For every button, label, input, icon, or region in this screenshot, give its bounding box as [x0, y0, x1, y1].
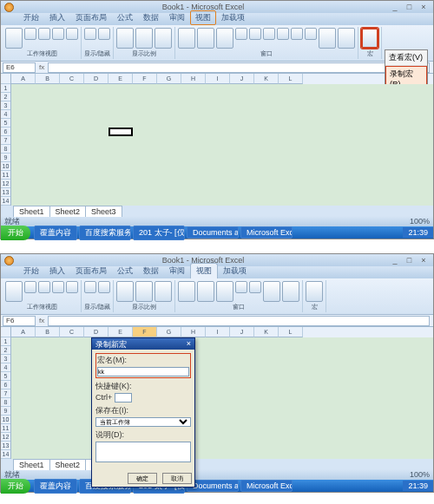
row-header[interactable]: 7	[1, 389, 10, 398]
row-header[interactable]: 14	[1, 450, 10, 459]
tab-view[interactable]: 视图	[190, 10, 216, 25]
col-header[interactable]: H	[181, 327, 206, 337]
row-header[interactable]: 1	[1, 337, 10, 346]
col-header[interactable]: J	[230, 74, 254, 84]
col-header[interactable]: D	[84, 327, 108, 337]
col-header[interactable]: D	[84, 74, 108, 84]
zoom100-icon[interactable]	[135, 28, 153, 49]
col-header[interactable]: A	[11, 74, 36, 84]
cancel-button[interactable]: 取消	[162, 473, 192, 484]
tab-pagelayout[interactable]: 页面布局	[70, 10, 112, 25]
arrangeall-icon[interactable]	[197, 281, 214, 302]
maximize-button[interactable]: □	[403, 3, 415, 11]
custom-view-icon[interactable]	[52, 28, 64, 40]
taskbar-button[interactable]: Documents and...	[187, 226, 239, 239]
tab-data[interactable]: 数据	[138, 264, 164, 278]
col-header[interactable]: G	[157, 74, 181, 84]
col-header[interactable]: E	[108, 327, 133, 337]
sheet-tab[interactable]: Sheet2	[49, 459, 87, 470]
tab-view[interactable]: 视图	[190, 263, 218, 278]
fx-icon[interactable]: fx	[39, 317, 44, 324]
row-header[interactable]: 11	[1, 171, 10, 180]
start-button[interactable]: 开始	[1, 479, 30, 494]
row-header[interactable]: 7	[1, 136, 10, 145]
row-header[interactable]: 8	[1, 145, 10, 154]
switchwindow-icon[interactable]	[282, 281, 299, 302]
tab-pagelayout[interactable]: 页面布局	[70, 264, 112, 278]
row-header[interactable]: 2	[1, 93, 10, 101]
dialog-close-icon[interactable]: ×	[187, 339, 191, 349]
name-box[interactable]	[3, 316, 36, 326]
col-header[interactable]: F	[133, 327, 157, 337]
col-header[interactable]: B	[36, 74, 60, 84]
row-header[interactable]: 12	[1, 180, 10, 188]
system-tray[interactable]: 21:39	[403, 227, 433, 238]
col-header[interactable]: K	[254, 327, 279, 337]
row-header[interactable]: 9	[1, 154, 10, 162]
freeze-icon[interactable]	[216, 281, 233, 302]
dropdown-item-viewmacros[interactable]: 查看宏(V)	[385, 50, 427, 66]
taskbar-button[interactable]: 百度搜索服务器	[79, 226, 131, 240]
col-header[interactable]: I	[206, 327, 230, 337]
cells-area[interactable]	[11, 84, 433, 206]
col-header[interactable]: H	[181, 74, 206, 84]
sheet-tab[interactable]: Sheet2	[49, 206, 87, 217]
row-header[interactable]: 8	[1, 398, 10, 407]
tab-formulas[interactable]: 公式	[112, 10, 138, 25]
pagebreak-icon[interactable]	[38, 28, 50, 40]
pagelayout-icon[interactable]	[24, 281, 36, 293]
macros-button[interactable]	[306, 281, 323, 302]
resetpos-icon[interactable]	[305, 28, 317, 40]
col-header[interactable]: A	[11, 327, 36, 337]
col-header[interactable]: C	[60, 74, 84, 84]
taskbar-button[interactable]: Microsoft Excel	[240, 226, 293, 239]
row-header[interactable]: 3	[1, 355, 10, 363]
start-button[interactable]: 开始	[1, 226, 30, 240]
freeze-icon[interactable]	[216, 28, 233, 49]
zoom-icon[interactable]	[116, 28, 134, 49]
col-header[interactable]: L	[279, 74, 303, 84]
row-header[interactable]: 13	[1, 188, 10, 197]
col-header[interactable]: C	[60, 327, 84, 337]
col-header[interactable]: J	[230, 327, 254, 337]
formula-bar[interactable]	[48, 316, 430, 326]
tab-home[interactable]: 开始	[18, 264, 44, 278]
shortcut-input[interactable]	[115, 393, 132, 403]
row-header[interactable]: 4	[1, 363, 10, 372]
ruler-icon[interactable]	[84, 281, 96, 293]
row-header[interactable]: 13	[1, 442, 10, 450]
col-header[interactable]: G	[157, 327, 181, 337]
row-header[interactable]: 12	[1, 433, 10, 442]
tab-home[interactable]: 开始	[18, 10, 44, 25]
sidebyside-icon[interactable]	[277, 28, 289, 40]
col-header[interactable]: F	[133, 74, 157, 84]
tab-insert[interactable]: 插入	[44, 10, 70, 25]
hide-icon[interactable]	[249, 28, 261, 40]
taskbar-button[interactable]: 201 太子- [仅读]	[133, 226, 185, 240]
col-header[interactable]: E	[108, 74, 133, 84]
taskbar-button[interactable]: Microsoft Excel	[240, 480, 293, 492]
zoom100-icon[interactable]	[135, 281, 153, 302]
zoomselection-icon[interactable]	[155, 281, 172, 302]
col-header[interactable]: B	[36, 327, 60, 337]
row-header[interactable]: 3	[1, 101, 10, 110]
hide-icon[interactable]	[249, 281, 261, 293]
taskbar-button[interactable]: 覆盖内容	[34, 226, 77, 240]
switchwindow-icon[interactable]	[338, 28, 355, 49]
row-header[interactable]: 2	[1, 346, 10, 355]
zoom-level[interactable]: 100%	[410, 217, 430, 226]
cells-area[interactable]	[11, 337, 433, 459]
fullscreen-icon[interactable]	[66, 281, 78, 293]
maximize-button[interactable]: □	[403, 256, 415, 265]
row-header[interactable]: 1	[1, 84, 10, 93]
fullscreen-icon[interactable]	[66, 28, 78, 40]
dialog-titlebar[interactable]: 录制新宏 ×	[92, 338, 194, 350]
newwindow-icon[interactable]	[178, 281, 195, 302]
tab-insert[interactable]: 插入	[44, 264, 70, 278]
row-header[interactable]: 6	[1, 128, 10, 136]
pagebreak-icon[interactable]	[38, 281, 50, 293]
sheet-tab[interactable]: Sheet3	[85, 206, 122, 217]
unhide-icon[interactable]	[263, 28, 275, 40]
system-tray[interactable]: 21:39	[403, 481, 433, 491]
arrangeall-icon[interactable]	[197, 28, 214, 49]
